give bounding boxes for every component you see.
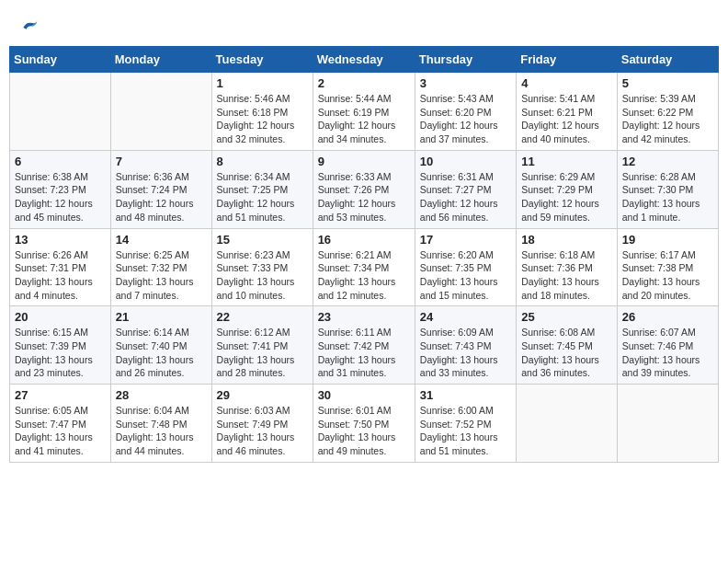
day-number: 6 (15, 155, 106, 168)
calendar-week-row: 1Sunrise: 5:46 AMSunset: 6:18 PMDaylight… (10, 73, 719, 151)
day-info: Sunrise: 6:17 AMSunset: 7:38 PMDaylight:… (622, 248, 713, 303)
day-info: Sunrise: 6:38 AMSunset: 7:23 PMDaylight:… (15, 170, 106, 224)
logo (18, 18, 39, 37)
calendar-cell: 26Sunrise: 6:07 AMSunset: 7:46 PMDayligh… (617, 306, 718, 385)
column-header-saturday: Saturday (617, 47, 718, 73)
day-info: Sunrise: 6:14 AMSunset: 7:40 PMDaylight:… (116, 326, 207, 380)
calendar-cell: 7Sunrise: 6:36 AMSunset: 7:24 PMDaylight… (110, 150, 211, 228)
calendar-cell: 24Sunrise: 6:09 AMSunset: 7:43 PMDayligh… (415, 306, 516, 385)
day-info: Sunrise: 6:34 AMSunset: 7:25 PMDaylight:… (217, 170, 308, 224)
calendar-cell: 6Sunrise: 6:38 AMSunset: 7:23 PMDaylight… (10, 150, 111, 228)
calendar-header-row: SundayMondayTuesdayWednesdayThursdayFrid… (10, 47, 719, 73)
day-number: 31 (420, 388, 511, 402)
column-header-thursday: Thursday (415, 47, 516, 73)
day-info: Sunrise: 6:00 AMSunset: 7:52 PMDaylight:… (420, 404, 511, 458)
day-number: 11 (521, 155, 612, 168)
day-number: 5 (622, 76, 713, 90)
calendar-cell (10, 73, 111, 151)
day-info: Sunrise: 5:44 AMSunset: 6:19 PMDaylight:… (318, 92, 410, 146)
calendar-cell: 30Sunrise: 6:01 AMSunset: 7:50 PMDayligh… (313, 385, 415, 463)
calendar-cell (110, 73, 211, 151)
day-info: Sunrise: 6:28 AMSunset: 7:30 PMDaylight:… (622, 170, 713, 224)
day-info: Sunrise: 6:07 AMSunset: 7:46 PMDaylight:… (622, 326, 713, 380)
calendar-cell: 13Sunrise: 6:26 AMSunset: 7:31 PMDayligh… (10, 228, 111, 306)
day-info: Sunrise: 6:11 AMSunset: 7:42 PMDaylight:… (318, 326, 410, 380)
day-info: Sunrise: 6:04 AMSunset: 7:48 PMDaylight:… (116, 404, 207, 458)
day-number: 3 (420, 76, 511, 90)
day-info: Sunrise: 6:31 AMSunset: 7:27 PMDaylight:… (420, 170, 511, 224)
calendar-cell: 12Sunrise: 6:28 AMSunset: 7:30 PMDayligh… (617, 150, 718, 228)
calendar-week-row: 20Sunrise: 6:15 AMSunset: 7:39 PMDayligh… (10, 306, 719, 385)
calendar-cell: 28Sunrise: 6:04 AMSunset: 7:48 PMDayligh… (110, 385, 211, 463)
calendar-cell: 4Sunrise: 5:41 AMSunset: 6:21 PMDaylight… (517, 73, 618, 151)
calendar-cell: 10Sunrise: 6:31 AMSunset: 7:27 PMDayligh… (415, 150, 516, 228)
calendar-cell: 19Sunrise: 6:17 AMSunset: 7:38 PMDayligh… (617, 228, 718, 306)
calendar-cell: 17Sunrise: 6:20 AMSunset: 7:35 PMDayligh… (415, 228, 516, 306)
day-number: 14 (116, 233, 207, 247)
calendar-cell: 8Sunrise: 6:34 AMSunset: 7:25 PMDaylight… (211, 150, 313, 228)
calendar-table: SundayMondayTuesdayWednesdayThursdayFrid… (9, 46, 719, 463)
day-number: 4 (521, 76, 612, 90)
calendar-cell: 21Sunrise: 6:14 AMSunset: 7:40 PMDayligh… (110, 306, 211, 385)
day-number: 30 (318, 388, 410, 402)
calendar-cell: 20Sunrise: 6:15 AMSunset: 7:39 PMDayligh… (10, 306, 111, 385)
day-number: 7 (116, 155, 207, 168)
day-info: Sunrise: 6:01 AMSunset: 7:50 PMDaylight:… (318, 404, 410, 458)
column-header-wednesday: Wednesday (313, 47, 415, 73)
day-number: 21 (116, 310, 207, 324)
day-number: 8 (217, 155, 308, 168)
day-info: Sunrise: 6:33 AMSunset: 7:26 PMDaylight:… (318, 170, 410, 224)
day-info: Sunrise: 6:21 AMSunset: 7:34 PMDaylight:… (318, 248, 410, 303)
day-info: Sunrise: 5:46 AMSunset: 6:18 PMDaylight:… (217, 92, 308, 146)
day-info: Sunrise: 6:03 AMSunset: 7:49 PMDaylight:… (217, 404, 308, 458)
calendar-cell: 22Sunrise: 6:12 AMSunset: 7:41 PMDayligh… (211, 306, 313, 385)
day-number: 20 (15, 310, 106, 324)
calendar-cell: 2Sunrise: 5:44 AMSunset: 6:19 PMDaylight… (313, 73, 415, 151)
calendar-cell: 25Sunrise: 6:08 AMSunset: 7:45 PMDayligh… (517, 306, 618, 385)
day-info: Sunrise: 6:36 AMSunset: 7:24 PMDaylight:… (116, 170, 207, 224)
day-number: 2 (318, 76, 410, 90)
day-number: 13 (15, 233, 106, 247)
calendar-cell: 31Sunrise: 6:00 AMSunset: 7:52 PMDayligh… (415, 385, 516, 463)
day-number: 17 (420, 233, 511, 247)
calendar-cell: 18Sunrise: 6:18 AMSunset: 7:36 PMDayligh… (517, 228, 618, 306)
calendar-cell: 5Sunrise: 5:39 AMSunset: 6:22 PMDaylight… (617, 73, 718, 151)
calendar-cell: 23Sunrise: 6:11 AMSunset: 7:42 PMDayligh… (313, 306, 415, 385)
calendar-cell: 14Sunrise: 6:25 AMSunset: 7:32 PMDayligh… (110, 228, 211, 306)
day-info: Sunrise: 5:43 AMSunset: 6:20 PMDaylight:… (420, 92, 511, 146)
calendar-week-row: 6Sunrise: 6:38 AMSunset: 7:23 PMDaylight… (10, 150, 719, 228)
day-info: Sunrise: 6:26 AMSunset: 7:31 PMDaylight:… (15, 248, 106, 303)
day-info: Sunrise: 5:39 AMSunset: 6:22 PMDaylight:… (622, 92, 713, 146)
day-number: 27 (15, 388, 106, 402)
day-number: 22 (217, 310, 308, 324)
day-info: Sunrise: 6:08 AMSunset: 7:45 PMDaylight:… (521, 326, 612, 380)
day-number: 29 (217, 388, 308, 402)
day-info: Sunrise: 6:20 AMSunset: 7:35 PMDaylight:… (420, 248, 511, 303)
column-header-sunday: Sunday (10, 47, 111, 73)
calendar-cell: 11Sunrise: 6:29 AMSunset: 7:29 PMDayligh… (517, 150, 618, 228)
calendar-week-row: 13Sunrise: 6:26 AMSunset: 7:31 PMDayligh… (10, 228, 719, 306)
day-number: 1 (217, 76, 308, 90)
day-number: 12 (622, 155, 713, 168)
day-number: 18 (521, 233, 612, 247)
day-info: Sunrise: 6:25 AMSunset: 7:32 PMDaylight:… (116, 248, 207, 303)
calendar-cell: 16Sunrise: 6:21 AMSunset: 7:34 PMDayligh… (313, 228, 415, 306)
day-info: Sunrise: 6:12 AMSunset: 7:41 PMDaylight:… (217, 326, 308, 380)
day-info: Sunrise: 6:15 AMSunset: 7:39 PMDaylight:… (15, 326, 106, 380)
calendar-cell (517, 385, 618, 463)
day-info: Sunrise: 6:05 AMSunset: 7:47 PMDaylight:… (15, 404, 106, 458)
day-info: Sunrise: 6:09 AMSunset: 7:43 PMDaylight:… (420, 326, 511, 380)
calendar-cell: 3Sunrise: 5:43 AMSunset: 6:20 PMDaylight… (415, 73, 516, 151)
day-number: 28 (116, 388, 207, 402)
day-number: 23 (318, 310, 410, 324)
column-header-tuesday: Tuesday (211, 47, 313, 73)
calendar-cell: 27Sunrise: 6:05 AMSunset: 7:47 PMDayligh… (10, 385, 111, 463)
day-info: Sunrise: 6:18 AMSunset: 7:36 PMDaylight:… (521, 248, 612, 303)
calendar-cell: 29Sunrise: 6:03 AMSunset: 7:49 PMDayligh… (211, 385, 313, 463)
day-number: 25 (521, 310, 612, 324)
day-number: 16 (318, 233, 410, 247)
day-number: 15 (217, 233, 308, 247)
day-number: 9 (318, 155, 410, 168)
day-info: Sunrise: 5:41 AMSunset: 6:21 PMDaylight:… (521, 92, 612, 146)
column-header-monday: Monday (110, 47, 211, 73)
